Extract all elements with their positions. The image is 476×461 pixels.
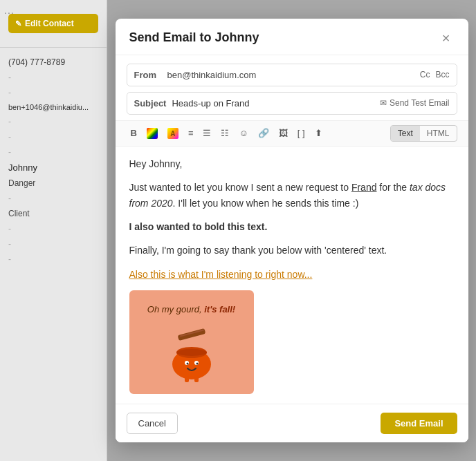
sidebar-top: ✎ Edit Contact [0,7,107,44]
sidebar-dash-3: - [0,114,107,129]
modal-footer: Cancel Send Email [116,404,468,442]
greeting-text: Hey Johnny, [129,156,455,171]
text-view-button[interactable]: Text [391,126,420,141]
paragraph-2: I also wanted to bold this text. [129,219,455,234]
modal-title: Send Email to Johnny [129,30,259,45]
color-icon [147,128,158,139]
align-icon: ≡ [188,128,194,138]
link-paragraph: Also this is what I'm listening to right… [129,267,455,282]
pencil-icon: ✎ [15,19,21,28]
highlight-icon [167,128,178,139]
from-value: ben@thinkaidium.com [167,70,420,80]
sidebar-type: Client [0,206,107,221]
sidebar-first-name: Johnny [0,160,107,176]
link-button[interactable]: 🔗 [254,125,273,141]
edit-contact-label: Edit Contact [25,19,74,28]
highlight-button[interactable] [163,125,183,142]
svg-point-4 [176,349,207,356]
sidebar: ··· ✎ Edit Contact (704) 777-8789 - - be… [0,0,107,461]
cc-bcc-group: Cc Bcc [420,70,450,79]
align-button[interactable]: ≡ [184,125,198,141]
sidebar-dash-8: - [0,236,107,252]
sidebar-dash-7: - [0,221,107,236]
numbered-list-icon: ☷ [221,128,229,138]
gourd-text-2: it's fall! [204,304,235,314]
svg-point-7 [186,363,188,365]
gourd-svg [157,314,226,384]
link-icon: 🔗 [258,128,269,138]
page-wrapper: ··· ✎ Edit Contact (704) 777-8789 - - be… [0,0,476,461]
subject-label: Subject [134,98,167,109]
paragraph-1: Just wanted to let you know I sent a new… [129,180,455,211]
emoji-icon: ☺ [239,128,248,138]
emoji-button[interactable]: ☺ [235,125,252,141]
send-email-modal: Send Email to Johnny × From ben@thinkaid… [116,19,468,442]
editor-toolbar: B ≡ ☰ ☷ [116,120,468,147]
svg-rect-9 [185,377,189,382]
frand-link[interactable]: Frand [351,182,377,193]
svg-point-8 [196,363,198,365]
upload-button[interactable]: ⬆ [311,125,327,141]
sidebar-dash-9: - [0,252,107,267]
modal-overlay: Send Email to Johnny × From ben@thinkaid… [107,0,476,461]
sidebar-divider [0,47,107,48]
upload-icon: ⬆ [315,128,322,138]
para1-post: . I'll let you know when he sends this t… [173,198,359,209]
image-button[interactable]: 🖼 [275,125,292,141]
color-button[interactable] [143,125,162,142]
bold-text: I also wanted to bold this text. [129,221,268,232]
email-body[interactable]: Hey Johnny, Just wanted to let you know … [116,147,468,404]
gourd-text-1: Oh my gourd, [147,304,202,314]
image-icon: 🖼 [279,128,288,138]
main-content: Send Email to Johnny × From ben@thinkaid… [107,0,476,461]
subject-value[interactable]: Heads-up on Frand [172,98,380,109]
para1-mid: for the [376,182,409,193]
modal-header: Send Email to Johnny × [116,19,468,55]
gourd-caption: Oh my gourd, it's fall! [129,303,254,317]
sidebar-dash-2: - [0,85,107,100]
ordered-list-button[interactable]: ☷ [217,125,233,141]
edit-contact-button[interactable]: ✎ Edit Contact [8,14,98,33]
send-icon: ✉ [380,98,387,108]
view-toggle: Text HTML [390,125,457,142]
paragraph-3: Finally, I'm going to say thank you belo… [129,243,455,258]
svg-rect-10 [194,377,199,382]
sidebar-dash-6: - [0,191,107,206]
inline-image: Oh my gourd, it's fall! [129,290,254,394]
bracket-button[interactable]: [ ] [293,125,309,141]
sidebar-dash-5: - [0,144,107,160]
email-fields: From ben@thinkaidium.com Cc Bcc Subject … [116,55,468,120]
cc-button[interactable]: Cc [420,70,430,79]
send-test-button[interactable]: ✉ Send Test Email [380,98,450,108]
cancel-button[interactable]: Cancel [127,413,178,434]
sidebar-dash-4: - [0,129,107,144]
bold-button[interactable]: B [127,125,141,141]
sidebar-phone: (704) 777-8789 [0,55,107,70]
send-email-button[interactable]: Send Email [381,413,457,434]
sidebar-email: ben+1046@thinkaidiu... [0,100,107,114]
sidebar-dash-1: - [0,70,107,85]
sidebar-last-name: Danger [0,176,107,191]
bold-icon: B [131,128,137,138]
html-view-button[interactable]: HTML [420,126,457,141]
sidebar-dots: ··· [4,7,15,18]
from-label: From [134,70,162,80]
send-test-label: Send Test Email [390,98,450,108]
listening-link[interactable]: Also this is what I'm listening to right… [129,269,313,280]
bcc-button[interactable]: Bcc [435,70,449,79]
close-button[interactable]: × [438,30,455,46]
para1-pre: Just wanted to let you know I sent a new… [129,182,351,193]
from-row: From ben@thinkaidium.com Cc Bcc [127,64,457,86]
subject-row: Subject Heads-up on Frand ✉ Send Test Em… [127,92,457,115]
bullet-icon: ☰ [203,128,211,138]
bullet-list-button[interactable]: ☰ [199,125,215,141]
bracket-icon: [ ] [298,128,305,138]
